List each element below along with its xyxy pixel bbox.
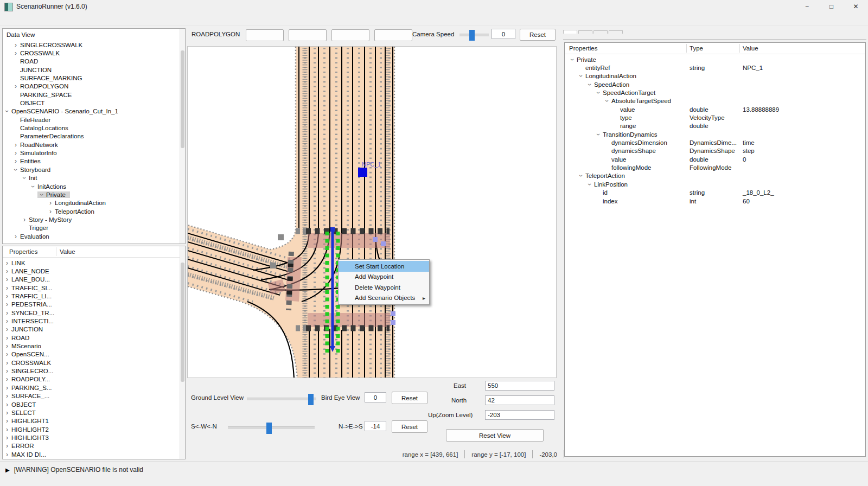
property-row[interactable]: LinkPosition (565, 180, 865, 188)
rotation-reset-button[interactable]: Reset (392, 420, 427, 433)
tree-item[interactable]: OpenSCEN... (3, 350, 180, 359)
tree-item[interactable]: Private (3, 190, 180, 199)
expand-arrow-icon[interactable] (3, 351, 11, 357)
tree-item[interactable]: LongitudinalAction (3, 199, 180, 207)
tree-item[interactable]: LINK (3, 259, 180, 267)
expand-arrow-icon[interactable] (603, 98, 611, 104)
property-row[interactable]: dynamicsDimension DynamicsDime... time (565, 138, 865, 146)
expand-arrow-icon[interactable] (3, 260, 11, 266)
tree-item[interactable]: SimulatorInfo (3, 149, 180, 157)
tree-item[interactable]: ROAD (3, 57, 180, 66)
rotation-slider-handle[interactable] (266, 423, 272, 434)
data-view-scrollbar[interactable] (180, 29, 185, 244)
tree-item[interactable]: ParameterDeclarations (3, 132, 180, 140)
expand-arrow-icon[interactable] (568, 56, 577, 63)
expand-arrow-icon[interactable] (3, 443, 11, 449)
right-panel-tab[interactable] (593, 30, 608, 34)
expand-arrow-icon[interactable] (37, 191, 46, 198)
expand-arrow-icon[interactable] (594, 131, 603, 138)
tree-item[interactable]: PEDESTRIA... (3, 300, 180, 309)
expand-arrow-icon[interactable] (3, 268, 11, 274)
menu-item[interactable] (0, 13, 14, 25)
tree-item[interactable]: SINGLECRO... (3, 367, 180, 375)
tree-item[interactable]: CatalogLocations (3, 124, 180, 132)
menu-item[interactable] (42, 13, 56, 25)
expand-arrow-icon[interactable] (3, 335, 11, 341)
expand-arrow-icon[interactable] (3, 326, 11, 332)
tree-item[interactable]: PARKING_SPACE (3, 91, 180, 99)
context-menu-item[interactable]: Add Waypoint ▸ (339, 272, 429, 283)
tree-item[interactable]: INTERSECTI... (3, 317, 180, 325)
expand-arrow-icon[interactable] (3, 426, 11, 433)
expand-arrow-icon[interactable] (11, 233, 20, 240)
tree-item[interactable]: ERROR (3, 442, 180, 450)
tree-item[interactable]: Trigger (3, 224, 180, 232)
map-canvas[interactable]: NPC_1 (188, 47, 557, 378)
expand-arrow-icon[interactable] (3, 418, 11, 424)
tree-item[interactable]: InitActions (3, 182, 180, 190)
expand-arrow-icon[interactable] (3, 343, 11, 349)
expand-arrow-icon[interactable] (585, 181, 594, 188)
property-row[interactable]: SpeedActionTarget (565, 88, 865, 97)
expand-arrow-icon[interactable] (594, 89, 603, 96)
maximize-icon[interactable]: □ (819, 0, 844, 13)
menu-item[interactable] (28, 13, 42, 25)
property-row[interactable]: LongitudinalAction (565, 72, 865, 80)
camera-speed-reset-button[interactable]: Reset (520, 29, 556, 41)
expand-arrow-icon[interactable] (3, 368, 11, 374)
tree-item[interactable]: TRAFFIC_LI... (3, 292, 180, 300)
tree-item[interactable]: OpenSCENARIO - Scenario_Cut_In_1 (3, 107, 180, 116)
property-row[interactable]: id string _18_0_L2_ (565, 189, 865, 197)
see-direction-button[interactable] (246, 29, 284, 41)
expand-arrow-icon[interactable] (20, 216, 29, 223)
tree-item[interactable]: Story - MyStory (3, 215, 180, 223)
property-row[interactable]: index int 60 (565, 197, 865, 205)
menu-item[interactable] (56, 13, 71, 25)
expand-arrow-icon[interactable] (585, 81, 594, 88)
tree-item[interactable]: SURFACE_MARKING (3, 74, 180, 82)
expand-arrow-icon[interactable] (3, 276, 11, 283)
ground-level-slider-handle[interactable] (308, 394, 314, 405)
menu-item[interactable] (14, 13, 28, 25)
see-direction-button[interactable] (374, 29, 412, 41)
expand-arrow-icon[interactable] (577, 73, 585, 79)
reset-view-button[interactable]: Reset View (446, 429, 544, 442)
property-row[interactable]: value double 13.88888889 (565, 105, 865, 113)
expand-arrow-icon[interactable] (3, 293, 11, 299)
right-panel-tab[interactable] (563, 30, 577, 34)
tree-item[interactable]: JUNCTION (3, 66, 180, 74)
property-row[interactable]: entityRef string NPC_1 (565, 63, 865, 72)
rotation-slider[interactable] (228, 426, 315, 429)
property-row[interactable]: value double 0 (565, 155, 865, 163)
expand-arrow-icon[interactable] (11, 142, 20, 148)
ground-level-slider[interactable] (247, 398, 316, 400)
expand-arrow-icon[interactable] (3, 310, 11, 316)
tree-item[interactable]: Storyboard (3, 165, 180, 174)
tree-item[interactable]: ROADPOLYGON (3, 82, 180, 91)
tree-item[interactable]: CROSSWALK (3, 49, 180, 57)
tree-item[interactable]: TRAFFIC_SI... (3, 284, 180, 292)
see-direction-button[interactable] (289, 29, 327, 41)
rotation-input[interactable] (365, 421, 386, 431)
tree-item[interactable]: FileHeader (3, 116, 180, 124)
see-direction-button[interactable] (331, 29, 369, 41)
camera-speed-input[interactable] (492, 29, 515, 39)
expand-arrow-icon[interactable] (11, 150, 20, 156)
property-row[interactable]: dynamicsShape DynamicsShape step (565, 147, 865, 155)
tree-item[interactable]: CROSSWALK (3, 359, 180, 367)
expand-arrow-icon[interactable] (3, 360, 11, 366)
tree-item[interactable]: HIGHLIGHT1 (3, 417, 180, 425)
expand-arrow-icon[interactable] (29, 183, 37, 190)
context-menu-item[interactable]: Delete Waypoint ▸ (339, 282, 429, 293)
left-props-scrollbar[interactable] (180, 246, 185, 459)
camera-speed-slider[interactable] (459, 34, 489, 36)
property-row[interactable]: TransitionDynamics (565, 130, 865, 138)
tree-item[interactable]: SURFACE_... (3, 392, 180, 400)
tree-item[interactable]: OBJECT (3, 400, 180, 408)
expand-arrow-icon[interactable] (3, 318, 11, 324)
tree-item[interactable]: Init (3, 174, 180, 182)
property-row[interactable]: range double (565, 122, 865, 130)
expand-arrow-icon[interactable] (11, 167, 20, 173)
bird-eye-reset-button[interactable]: Reset (392, 392, 427, 404)
expand-arrow-icon[interactable] (3, 410, 11, 416)
